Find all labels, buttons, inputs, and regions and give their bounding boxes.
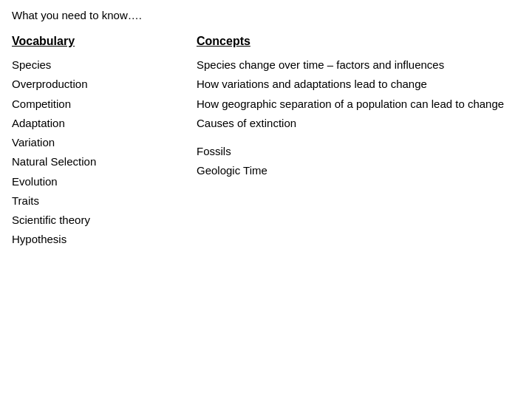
concept-item: Causes of extinction — [197, 114, 520, 133]
vocab-item: Variation — [12, 133, 182, 152]
concept-item: Fossils — [197, 142, 520, 161]
vocab-item: Evolution — [12, 172, 182, 191]
vocab-item: Natural Selection — [12, 152, 182, 171]
vocab-item: Adaptation — [12, 114, 182, 133]
concept-item: Species change over time – factors and i… — [197, 55, 520, 75]
vocab-item: Scientific theory — [12, 211, 182, 230]
concept-group: FossilsGeologic Time — [197, 142, 520, 181]
concept-group: Species change over time – factors and i… — [197, 55, 520, 133]
concept-item: How variations and adaptations lead to c… — [197, 75, 520, 94]
concept-item: How geographic separation of a populatio… — [197, 95, 520, 114]
vocab-item: Overproduction — [12, 75, 182, 94]
concepts-column: Concepts Species change over time – fact… — [182, 35, 520, 250]
vocab-item: Hypothesis — [12, 230, 182, 249]
content-area: Vocabulary SpeciesOverproductionCompetit… — [12, 35, 520, 250]
vocab-item: Traits — [12, 191, 182, 211]
vocab-item: Species — [12, 55, 182, 75]
vocabulary-list: SpeciesOverproductionCompetitionAdaptati… — [12, 55, 182, 250]
page-title: What you need to know…. — [12, 9, 520, 21]
vocabulary-column: Vocabulary SpeciesOverproductionCompetit… — [12, 35, 182, 250]
vocabulary-header: Vocabulary — [12, 35, 182, 48]
concepts-list: Species change over time – factors and i… — [197, 55, 520, 181]
concept-item: Geologic Time — [197, 161, 520, 180]
vocab-item: Competition — [12, 95, 182, 114]
concepts-header: Concepts — [197, 35, 520, 48]
